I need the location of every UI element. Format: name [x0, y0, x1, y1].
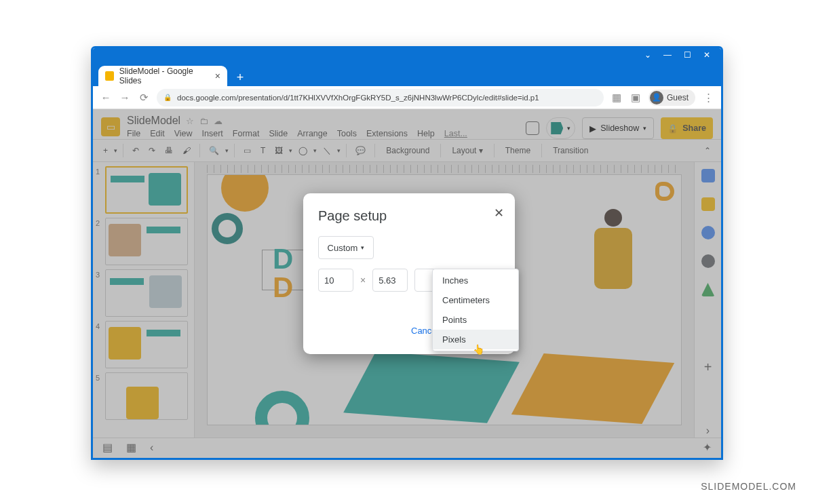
- extension-icon[interactable]: ▣: [629, 92, 642, 104]
- size-mode-dropdown[interactable]: Custom▾: [318, 236, 374, 259]
- dimension-multiply-icon: ×: [360, 275, 366, 286]
- unit-option-centimeters[interactable]: Centimeters: [433, 290, 518, 310]
- unit-option-inches[interactable]: Inches: [433, 271, 518, 290]
- height-input[interactable]: [372, 269, 408, 292]
- avatar-icon: 👤: [650, 91, 663, 104]
- watermark: SLIDEMODEL.COM: [701, 481, 796, 492]
- tab-title: SlideModel - Google Slides: [119, 66, 210, 85]
- dialog-close-icon[interactable]: ✕: [494, 206, 504, 220]
- address-bar: ← → ⟳ 🔒 docs.google.com/presentation/d/1…: [93, 86, 721, 109]
- unit-option-points[interactable]: Points: [433, 310, 518, 330]
- window-minimize-icon[interactable]: —: [663, 50, 672, 60]
- dialog-title: Page setup: [318, 208, 500, 224]
- window-close-icon[interactable]: ✕: [703, 50, 710, 60]
- width-input[interactable]: [318, 269, 353, 292]
- cursor-icon: 👆: [473, 344, 484, 355]
- window-maximize-icon[interactable]: ☐: [684, 50, 691, 60]
- new-tab-button[interactable]: +: [231, 69, 249, 86]
- profile-label: Guest: [667, 93, 689, 102]
- browser-tab[interactable]: SlideModel - Google Slides ×: [98, 66, 227, 86]
- browser-window: ⌄ — ☐ ✕ SlideModel - Google Slides × + ←…: [91, 46, 723, 460]
- tab-strip: SlideModel - Google Slides × +: [93, 62, 721, 86]
- kebab-menu-icon[interactable]: ⋮: [702, 92, 714, 104]
- translate-icon[interactable]: ▦: [610, 92, 623, 104]
- tab-close-icon[interactable]: ×: [215, 71, 220, 81]
- reload-icon[interactable]: ⟳: [138, 92, 150, 104]
- url-field[interactable]: 🔒 docs.google.com/presentation/d/1tt7KHl…: [157, 89, 604, 106]
- lock-icon: 🔒: [163, 94, 172, 101]
- unit-menu: Inches Centimeters Points Pixels: [432, 269, 519, 351]
- back-icon[interactable]: ←: [100, 92, 112, 103]
- window-dropdown-icon[interactable]: ⌄: [644, 50, 651, 60]
- profile-chip[interactable]: 👤 Guest: [648, 90, 695, 106]
- slides-favicon-icon: [105, 71, 114, 81]
- url-text: docs.google.com/presentation/d/1tt7KHlXV…: [177, 94, 539, 102]
- window-titlebar: ⌄ — ☐ ✕: [93, 48, 721, 62]
- forward-icon[interactable]: →: [119, 92, 131, 103]
